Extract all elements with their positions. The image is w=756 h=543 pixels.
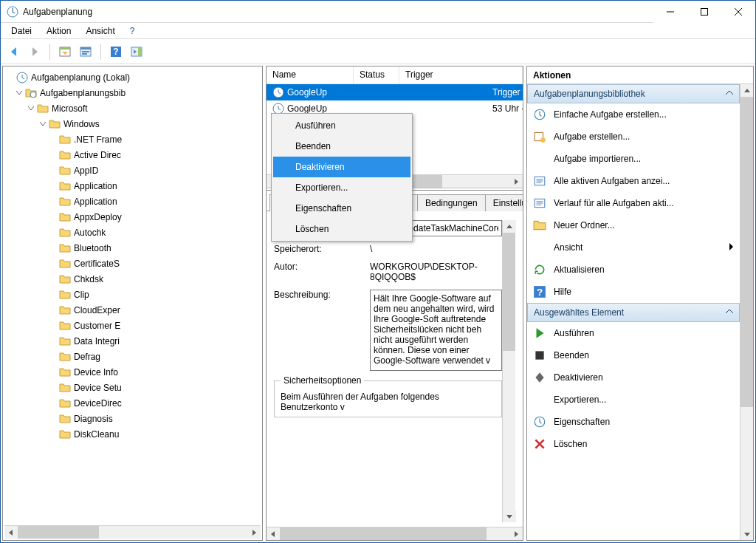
task-row[interactable]: GoogleUp Trigger definiert. [267, 84, 523, 100]
action-item[interactable]: Neuer Ordner... [527, 214, 740, 236]
menu-action[interactable]: Aktion [41, 24, 77, 38]
label-author: Autor: [274, 262, 370, 282]
tree-item[interactable]: Active Direc [6, 147, 259, 163]
scroll-thumb[interactable] [740, 97, 753, 407]
tool-help[interactable]: ? [107, 43, 125, 61]
collapse-icon[interactable] [726, 307, 733, 318]
detail-area: Allgemein Trigger Aktionen Bedingungen E… [267, 190, 523, 540]
tree-item[interactable]: Data Integri [6, 333, 259, 349]
action-item[interactable]: Verlauf für alle Aufgaben akti... [527, 192, 740, 214]
tab-conditions[interactable]: Bedingungen [417, 194, 486, 211]
action-item[interactable]: Aufgabe erstellen... [527, 126, 740, 148]
tree-root[interactable]: Aufgabenplanung (Lokal) [6, 69, 259, 85]
tool-show-hide-tree[interactable] [56, 43, 74, 61]
action-item[interactable]: Alle aktiven Aufgaben anzei... [527, 170, 740, 192]
ctx-run[interactable]: Ausführen [273, 115, 410, 136]
scroll-left-button[interactable] [267, 527, 280, 540]
col-trigger[interactable]: Trigger [399, 66, 523, 83]
tree-item[interactable]: Diagnosis [6, 411, 259, 426]
tree-item[interactable]: Customer E [6, 318, 259, 333]
tree-item[interactable]: DiskCleanu [6, 426, 259, 442]
tree-windows[interactable]: Windows [6, 116, 259, 132]
scroll-thumb[interactable] [18, 526, 99, 539]
tree[interactable]: Aufgabenplanung (Lokal) Aufgabenplanungs… [4, 68, 261, 525]
tree-item[interactable]: Bluetooth [6, 240, 259, 256]
menu-view[interactable]: Ansicht [80, 24, 120, 38]
col-status[interactable]: Status [354, 66, 399, 83]
detail-vscrollbar[interactable] [502, 220, 515, 522]
tree-item[interactable]: DeviceDirec [6, 395, 259, 411]
action-item[interactable]: Exportieren... [527, 389, 740, 411]
action-item[interactable]: Aktualisieren [527, 259, 740, 281]
tree-hscrollbar[interactable] [4, 525, 261, 539]
chevron-down-icon[interactable] [38, 120, 47, 129]
scroll-thumb[interactable] [503, 233, 515, 351]
action-item[interactable]: Löschen [527, 433, 740, 455]
action-item[interactable]: ?Hilfe [527, 281, 740, 303]
tree-label: CloudExper [74, 305, 120, 315]
tree-item[interactable]: CertificateS [6, 256, 259, 271]
col-name[interactable]: Name [267, 66, 354, 83]
svg-rect-7 [82, 53, 87, 55]
tool-properties[interactable] [77, 43, 94, 61]
actions-group-library[interactable]: Aufgabenplanungsbibliothek [527, 84, 740, 103]
minimize-button[interactable] [653, 1, 687, 23]
tab-settings[interactable]: Einstellu [485, 194, 523, 211]
action-item[interactable]: Deaktivieren [527, 366, 740, 389]
tree-item[interactable]: .NET Frame [6, 132, 259, 147]
tree-item[interactable]: Application [6, 194, 259, 209]
folder-icon [59, 397, 71, 409]
action-item[interactable]: Eigenschaften [527, 411, 740, 433]
chevron-right-icon[interactable] [6, 73, 15, 82]
tree-item[interactable]: Application [6, 178, 259, 194]
action-item[interactable]: Beenden [527, 344, 740, 366]
scroll-thumb[interactable] [280, 527, 487, 540]
action-item[interactable]: Einfache Aufgabe erstellen... [527, 103, 740, 126]
tree-microsoft[interactable]: Microsoft [6, 100, 259, 116]
collapse-icon[interactable] [726, 89, 733, 99]
scroll-down-button[interactable] [503, 510, 516, 522]
action-item[interactable]: Ausführen [527, 322, 740, 344]
tree-item[interactable]: Chkdsk [6, 271, 259, 287]
tree-item[interactable]: Clip [6, 287, 259, 302]
scroll-down-button[interactable] [740, 527, 753, 540]
close-button[interactable] [721, 1, 755, 23]
tree-item[interactable]: Device Setu [6, 380, 259, 395]
tree-item[interactable]: Device Info [6, 364, 259, 380]
ctx-properties[interactable]: Eigenschaften [273, 198, 410, 219]
svg-rect-3 [60, 47, 70, 49]
actions-group-selected[interactable]: Ausgewähltes Element [527, 303, 740, 322]
ctx-disable[interactable]: Deaktivieren [273, 157, 410, 177]
folder-icon [59, 382, 71, 394]
tree-library[interactable]: Aufgabenplanungsbib [6, 85, 259, 100]
context-menu: Ausführen Beenden Deaktivieren Exportier… [271, 113, 413, 242]
maximize-button[interactable] [687, 1, 721, 23]
menu-help[interactable]: ? [124, 24, 141, 38]
tree-item[interactable]: CloudExper [6, 302, 259, 318]
scroll-left-button[interactable] [4, 526, 18, 539]
scroll-right-button[interactable] [509, 175, 523, 188]
tree-item[interactable]: Autochk [6, 225, 259, 240]
action-item[interactable]: Ansicht [527, 236, 740, 259]
action-item[interactable]: Aufgabe importieren... [527, 148, 740, 170]
svg-rect-5 [80, 47, 91, 49]
scroll-right-button[interactable] [509, 527, 523, 540]
scroll-up-button[interactable] [740, 84, 753, 97]
scroll-up-button[interactable] [503, 220, 516, 233]
detail-hscrollbar[interactable] [267, 527, 523, 540]
chevron-down-icon[interactable] [15, 89, 24, 98]
tree-item[interactable]: Defrag [6, 349, 259, 364]
tree-item[interactable]: AppID [6, 163, 259, 178]
ctx-export[interactable]: Exportieren... [273, 177, 410, 198]
description-field[interactable] [370, 290, 502, 371]
tool-action-pane[interactable] [128, 43, 145, 61]
ctx-end[interactable]: Beenden [273, 136, 410, 157]
actions-vscrollbar[interactable] [740, 84, 753, 540]
scroll-right-button[interactable] [247, 526, 261, 539]
back-button[interactable] [5, 43, 23, 61]
tree-item[interactable]: AppxDeploy [6, 209, 259, 225]
menu-file[interactable]: Datei [5, 24, 38, 38]
forward-button[interactable] [26, 43, 44, 61]
chevron-down-icon[interactable] [27, 104, 35, 113]
ctx-delete[interactable]: Löschen [273, 219, 410, 239]
